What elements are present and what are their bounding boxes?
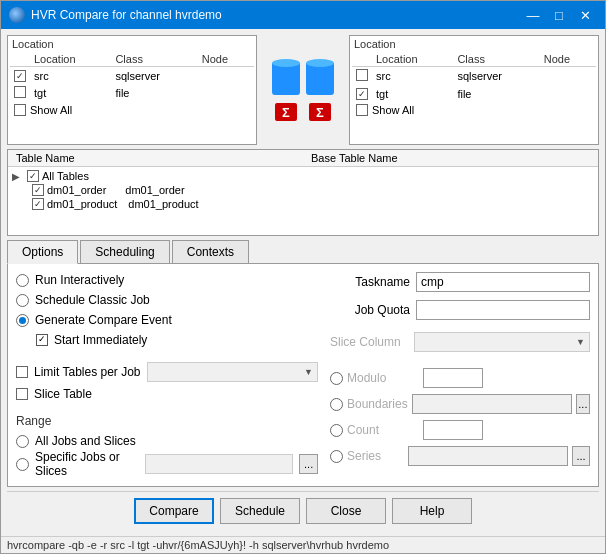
dropdown-arrow-icon: ▼ — [304, 367, 313, 377]
db-icons: Σ Σ — [272, 59, 334, 121]
modulo-input[interactable] — [423, 368, 483, 388]
slice-column-row: Slice Column ▼ — [330, 332, 590, 352]
right-location-panel: Location Location Class Node src — [349, 35, 599, 145]
all-jobs-slices-row: All Jobs and Slices — [16, 434, 318, 448]
boundaries-input[interactable] — [412, 394, 572, 414]
right-col-location: Location — [372, 52, 453, 67]
taskname-row: Taskname — [330, 272, 590, 292]
left-src-checkbox[interactable] — [14, 70, 26, 82]
right-show-all-checkbox[interactable] — [356, 104, 368, 116]
right-show-all-label: Show All — [372, 104, 414, 116]
maximize-button[interactable]: □ — [547, 5, 571, 25]
tabs-section: Options Scheduling Contexts Run Interact… — [7, 240, 599, 487]
table-row: src sqlserver — [10, 67, 254, 85]
options-layout: Run Interactively Schedule Classic Job G… — [16, 272, 590, 478]
range-options: All Jobs and Slices Specific Jobs or Sli… — [16, 434, 318, 478]
series-input[interactable] — [408, 446, 568, 466]
left-col-class: Class — [111, 52, 197, 67]
all-tables-checkbox[interactable] — [27, 170, 39, 182]
tree-expander-icon[interactable]: ▶ — [12, 171, 24, 182]
start-immediately-checkbox[interactable] — [36, 334, 48, 346]
close-button[interactable]: Close — [306, 498, 386, 524]
run-interactively-radio[interactable] — [16, 274, 29, 287]
slice-table-checkbox[interactable] — [16, 388, 28, 400]
taskname-input[interactable] — [416, 272, 590, 292]
title-bar: HVR Compare for channel hvrdemo — □ ✕ — [1, 1, 605, 29]
main-window: HVR Compare for channel hvrdemo — □ ✕ Lo… — [0, 0, 606, 554]
right-col-class: Class — [453, 52, 539, 67]
series-row: Series ... — [330, 446, 590, 466]
left-location-panel: Location Location Class Node src — [7, 35, 257, 145]
slice-column-label: Slice Column — [330, 335, 410, 349]
help-button[interactable]: Help — [392, 498, 472, 524]
tree-root-item: ▶ All Tables — [12, 169, 594, 183]
tab-contexts[interactable]: Contexts — [172, 240, 249, 263]
schedule-classic-option[interactable]: Schedule Classic Job — [16, 292, 318, 308]
series-browse-btn[interactable]: ... — [572, 446, 590, 466]
boundaries-browse-btn[interactable]: ... — [576, 394, 590, 414]
specific-jobs-slices-row: Specific Jobs or Slices ... — [16, 450, 318, 478]
dm01-product-checkbox[interactable] — [32, 198, 44, 210]
target-db-icon: Σ — [306, 59, 334, 121]
slice-column-dropdown[interactable]: ▼ — [414, 332, 590, 352]
count-radio[interactable] — [330, 424, 343, 437]
limit-tables-checkbox[interactable] — [16, 366, 28, 378]
specific-jobs-browse-btn[interactable]: ... — [299, 454, 318, 474]
start-immediately-label: Start Immediately — [54, 333, 147, 347]
status-text: hvrcompare -qb -e -r src -l tgt -uhvr/{6… — [7, 539, 389, 551]
modulo-radio[interactable] — [330, 372, 343, 385]
table-row: dm01_product dm01_product — [12, 197, 594, 211]
generate-compare-option[interactable]: Generate Compare Event — [16, 312, 318, 328]
right-tgt-checkbox[interactable] — [356, 88, 368, 100]
schedule-button[interactable]: Schedule — [220, 498, 300, 524]
table-row: tgt file — [10, 84, 254, 102]
tab-scheduling[interactable]: Scheduling — [80, 240, 169, 263]
table-row: src sqlserver — [352, 67, 596, 86]
table-name-header: Table Name Base Table Name — [8, 150, 598, 167]
left-col-node: Node — [198, 52, 254, 67]
generate-compare-radio[interactable] — [16, 314, 29, 327]
minimize-button[interactable]: — — [521, 5, 545, 25]
slice-col-arrow-icon: ▼ — [576, 337, 585, 347]
limit-tables-dropdown[interactable]: ▼ — [147, 362, 319, 382]
dm01-product-base: dm01_product — [128, 198, 198, 210]
taskname-label: Taskname — [330, 275, 410, 289]
window-title: HVR Compare for channel hvrdemo — [31, 8, 222, 22]
dm01-order-name: dm01_order — [47, 184, 106, 196]
options-tab-content: Run Interactively Schedule Classic Job G… — [7, 264, 599, 487]
schedule-classic-radio[interactable] — [16, 294, 29, 307]
compare-button[interactable]: Compare — [134, 498, 214, 524]
count-input[interactable] — [423, 420, 483, 440]
specific-jobs-radio[interactable] — [16, 458, 29, 471]
right-location-label: Location — [352, 38, 596, 50]
dm01-order-checkbox[interactable] — [32, 184, 44, 196]
right-src-checkbox[interactable] — [356, 69, 368, 81]
left-col-location: Location — [30, 52, 111, 67]
table-row: dm01_order dm01_order — [12, 183, 594, 197]
tab-options[interactable]: Options — [7, 240, 78, 264]
left-show-all-checkbox[interactable] — [14, 104, 26, 116]
sigma-badge-right: Σ — [309, 103, 331, 121]
modulo-label: Modulo — [347, 371, 419, 385]
run-interactively-option[interactable]: Run Interactively — [16, 272, 318, 288]
sigma-badge-left: Σ — [275, 103, 297, 121]
content-area: Location Location Class Node src — [1, 29, 605, 536]
slice-table-label: Slice Table — [34, 387, 92, 401]
run-interactively-label: Run Interactively — [35, 273, 124, 287]
all-jobs-radio[interactable] — [16, 435, 29, 448]
close-window-button[interactable]: ✕ — [573, 5, 597, 25]
left-show-all-row: Show All — [10, 102, 254, 118]
limit-tables-row: Limit Tables per Job ▼ — [16, 362, 318, 382]
boundaries-label: Boundaries — [347, 397, 408, 411]
boundaries-radio[interactable] — [330, 398, 343, 411]
tree-area: ▶ All Tables dm01_order dm01_order dm01_… — [8, 167, 598, 213]
left-tgt-checkbox[interactable] — [14, 86, 26, 98]
all-tables-label: All Tables — [42, 170, 89, 182]
table-name-col2: Base Table Name — [303, 150, 598, 166]
job-quota-input[interactable] — [416, 300, 590, 320]
series-radio[interactable] — [330, 450, 343, 463]
table-name-col1: Table Name — [8, 150, 303, 166]
boundaries-row: Boundaries ... — [330, 394, 590, 414]
specific-jobs-input[interactable] — [145, 454, 293, 474]
generate-compare-label: Generate Compare Event — [35, 313, 172, 327]
